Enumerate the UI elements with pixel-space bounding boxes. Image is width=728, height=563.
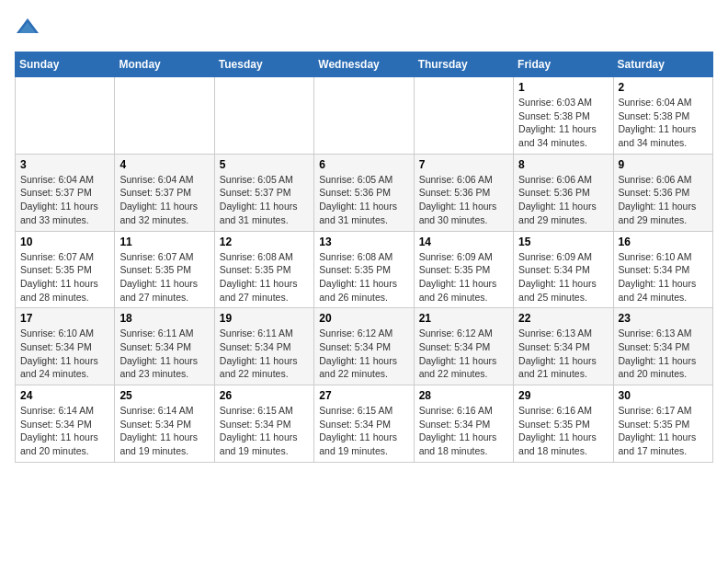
calendar-cell: 12Sunrise: 6:08 AM Sunset: 5:35 PM Dayli… (214, 231, 313, 308)
weekday-header-thursday: Thursday (414, 52, 513, 77)
day-info: Sunrise: 6:03 AM Sunset: 5:38 PM Dayligh… (518, 96, 608, 150)
calendar-cell: 24Sunrise: 6:14 AM Sunset: 5:34 PM Dayli… (16, 385, 115, 463)
day-number: 14 (419, 236, 508, 248)
calendar-cell: 19Sunrise: 6:11 AM Sunset: 5:34 PM Dayli… (214, 308, 313, 385)
day-info: Sunrise: 6:14 AM Sunset: 5:34 PM Dayligh… (20, 404, 109, 458)
day-info: Sunrise: 6:17 AM Sunset: 5:35 PM Dayligh… (619, 404, 708, 458)
week-row-4: 17Sunrise: 6:10 AM Sunset: 5:34 PM Dayli… (16, 308, 713, 385)
day-info: Sunrise: 6:09 AM Sunset: 5:34 PM Dayligh… (518, 250, 608, 304)
calendar-cell: 8Sunrise: 6:06 AM Sunset: 5:36 PM Daylig… (514, 154, 613, 231)
day-info: Sunrise: 6:05 AM Sunset: 5:36 PM Dayligh… (319, 173, 408, 227)
calendar-cell: 9Sunrise: 6:06 AM Sunset: 5:36 PM Daylig… (613, 154, 712, 231)
calendar-cell: 16Sunrise: 6:10 AM Sunset: 5:34 PM Dayli… (613, 231, 712, 308)
calendar-cell (115, 77, 214, 155)
calendar-cell: 1Sunrise: 6:03 AM Sunset: 5:38 PM Daylig… (514, 77, 613, 155)
day-info: Sunrise: 6:10 AM Sunset: 5:34 PM Dayligh… (619, 250, 708, 304)
day-number: 27 (319, 389, 408, 402)
day-number: 10 (20, 236, 109, 248)
weekday-header-tuesday: Tuesday (214, 52, 313, 77)
calendar-cell: 21Sunrise: 6:12 AM Sunset: 5:34 PM Dayli… (414, 308, 513, 385)
day-number: 24 (20, 389, 109, 402)
day-info: Sunrise: 6:05 AM Sunset: 5:37 PM Dayligh… (220, 173, 309, 227)
day-number: 9 (619, 158, 708, 171)
calendar-cell: 15Sunrise: 6:09 AM Sunset: 5:34 PM Dayli… (514, 231, 613, 308)
day-number: 28 (419, 389, 508, 402)
calendar-cell (314, 77, 414, 155)
calendar-cell: 29Sunrise: 6:16 AM Sunset: 5:35 PM Dayli… (514, 385, 613, 463)
day-info: Sunrise: 6:08 AM Sunset: 5:35 PM Dayligh… (319, 250, 408, 304)
calendar-cell: 20Sunrise: 6:12 AM Sunset: 5:34 PM Dayli… (314, 308, 414, 385)
day-info: Sunrise: 6:08 AM Sunset: 5:35 PM Dayligh… (220, 250, 309, 304)
weekday-header-monday: Monday (115, 52, 214, 77)
calendar-cell: 4Sunrise: 6:04 AM Sunset: 5:37 PM Daylig… (115, 154, 214, 231)
day-info: Sunrise: 6:09 AM Sunset: 5:35 PM Dayligh… (419, 250, 508, 304)
calendar-cell: 18Sunrise: 6:11 AM Sunset: 5:34 PM Dayli… (115, 308, 214, 385)
day-info: Sunrise: 6:16 AM Sunset: 5:34 PM Dayligh… (419, 404, 508, 458)
day-info: Sunrise: 6:07 AM Sunset: 5:35 PM Dayligh… (119, 250, 209, 304)
calendar-cell (16, 77, 115, 155)
calendar-cell: 10Sunrise: 6:07 AM Sunset: 5:35 PM Dayli… (16, 231, 115, 308)
weekday-header-saturday: Saturday (613, 52, 712, 77)
day-number: 23 (619, 312, 708, 325)
calendar-cell: 11Sunrise: 6:07 AM Sunset: 5:35 PM Dayli… (115, 231, 214, 308)
day-info: Sunrise: 6:14 AM Sunset: 5:34 PM Dayligh… (119, 404, 209, 458)
weekday-header-friday: Friday (514, 52, 613, 77)
calendar-cell: 17Sunrise: 6:10 AM Sunset: 5:34 PM Dayli… (16, 308, 115, 385)
day-number: 30 (619, 389, 708, 402)
calendar-cell: 22Sunrise: 6:13 AM Sunset: 5:34 PM Dayli… (514, 308, 613, 385)
day-info: Sunrise: 6:04 AM Sunset: 5:37 PM Dayligh… (119, 173, 209, 227)
week-row-1: 1Sunrise: 6:03 AM Sunset: 5:38 PM Daylig… (16, 77, 713, 155)
day-number: 20 (319, 312, 408, 325)
day-info: Sunrise: 6:16 AM Sunset: 5:35 PM Dayligh… (518, 404, 608, 458)
day-number: 21 (419, 312, 508, 325)
calendar-cell: 30Sunrise: 6:17 AM Sunset: 5:35 PM Dayli… (613, 385, 712, 463)
day-number: 5 (220, 158, 309, 171)
logo (15, 15, 44, 40)
calendar-cell: 23Sunrise: 6:13 AM Sunset: 5:34 PM Dayli… (613, 308, 712, 385)
calendar-cell: 28Sunrise: 6:16 AM Sunset: 5:34 PM Dayli… (414, 385, 513, 463)
day-number: 17 (20, 312, 109, 325)
day-number: 12 (220, 236, 309, 248)
day-info: Sunrise: 6:13 AM Sunset: 5:34 PM Dayligh… (619, 327, 708, 381)
calendar-cell: 7Sunrise: 6:06 AM Sunset: 5:36 PM Daylig… (414, 154, 513, 231)
day-number: 3 (20, 158, 109, 171)
weekday-header-sunday: Sunday (16, 52, 115, 77)
day-number: 1 (518, 81, 608, 94)
day-number: 2 (619, 81, 708, 94)
calendar-cell: 5Sunrise: 6:05 AM Sunset: 5:37 PM Daylig… (214, 154, 313, 231)
day-info: Sunrise: 6:10 AM Sunset: 5:34 PM Dayligh… (20, 327, 109, 381)
day-number: 16 (619, 236, 708, 248)
day-number: 11 (119, 236, 209, 248)
calendar-cell: 14Sunrise: 6:09 AM Sunset: 5:35 PM Dayli… (414, 231, 513, 308)
calendar-cell: 3Sunrise: 6:04 AM Sunset: 5:37 PM Daylig… (16, 154, 115, 231)
calendar-cell: 27Sunrise: 6:15 AM Sunset: 5:34 PM Dayli… (314, 385, 414, 463)
day-info: Sunrise: 6:07 AM Sunset: 5:35 PM Dayligh… (20, 250, 109, 304)
calendar-cell: 2Sunrise: 6:04 AM Sunset: 5:38 PM Daylig… (613, 77, 712, 155)
day-info: Sunrise: 6:04 AM Sunset: 5:38 PM Dayligh… (619, 96, 708, 150)
day-number: 15 (518, 236, 608, 248)
day-info: Sunrise: 6:15 AM Sunset: 5:34 PM Dayligh… (220, 404, 309, 458)
calendar-cell: 6Sunrise: 6:05 AM Sunset: 5:36 PM Daylig… (314, 154, 414, 231)
logo-icon (15, 15, 40, 40)
day-number: 7 (419, 158, 508, 171)
page-header (15, 15, 713, 40)
weekday-header-row: SundayMondayTuesdayWednesdayThursdayFrid… (16, 52, 713, 77)
day-info: Sunrise: 6:11 AM Sunset: 5:34 PM Dayligh… (119, 327, 209, 381)
calendar-cell: 26Sunrise: 6:15 AM Sunset: 5:34 PM Dayli… (214, 385, 313, 463)
day-number: 22 (518, 312, 608, 325)
calendar-cell (414, 77, 513, 155)
day-number: 19 (220, 312, 309, 325)
day-number: 26 (220, 389, 309, 402)
day-number: 18 (119, 312, 209, 325)
day-number: 4 (119, 158, 209, 171)
day-info: Sunrise: 6:13 AM Sunset: 5:34 PM Dayligh… (518, 327, 608, 381)
day-info: Sunrise: 6:12 AM Sunset: 5:34 PM Dayligh… (319, 327, 408, 381)
day-info: Sunrise: 6:11 AM Sunset: 5:34 PM Dayligh… (220, 327, 309, 381)
day-info: Sunrise: 6:04 AM Sunset: 5:37 PM Dayligh… (20, 173, 109, 227)
day-number: 6 (319, 158, 408, 171)
calendar-cell: 13Sunrise: 6:08 AM Sunset: 5:35 PM Dayli… (314, 231, 414, 308)
day-number: 13 (319, 236, 408, 248)
day-info: Sunrise: 6:15 AM Sunset: 5:34 PM Dayligh… (319, 404, 408, 458)
day-number: 29 (518, 389, 608, 402)
day-info: Sunrise: 6:06 AM Sunset: 5:36 PM Dayligh… (619, 173, 708, 227)
